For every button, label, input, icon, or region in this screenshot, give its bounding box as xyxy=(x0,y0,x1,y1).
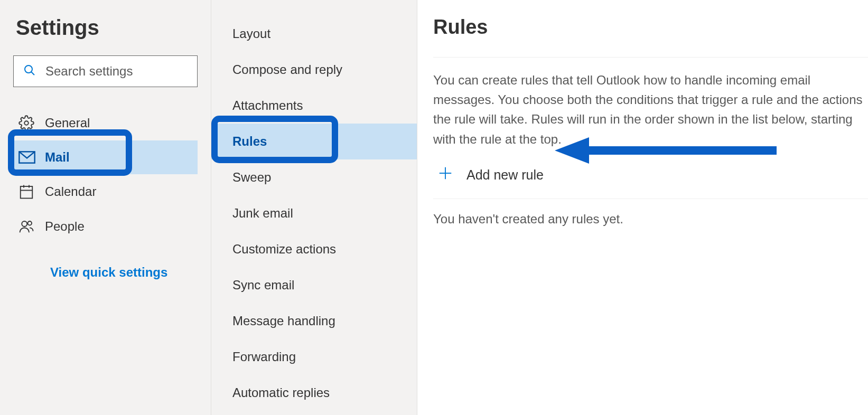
svg-rect-4 xyxy=(21,186,33,199)
sub-item-junk[interactable]: Junk email xyxy=(211,195,417,231)
rules-pane: Rules You can create rules that tell Out… xyxy=(417,0,868,415)
sub-item-sweep[interactable]: Sweep xyxy=(211,159,417,195)
nav-label: Mail xyxy=(45,150,70,165)
people-icon xyxy=(18,219,45,234)
mail-submenu: Layout Compose and reply Attachments Rul… xyxy=(211,0,417,415)
view-quick-settings-link[interactable]: View quick settings xyxy=(13,265,198,280)
gear-icon xyxy=(18,115,45,131)
svg-line-1 xyxy=(31,72,34,75)
add-new-rule-label: Add new rule xyxy=(466,167,544,183)
svg-point-15 xyxy=(28,221,32,225)
search-input[interactable] xyxy=(45,64,203,79)
sub-item-auto-replies[interactable]: Automatic replies xyxy=(211,375,417,411)
nav-item-mail[interactable]: Mail xyxy=(13,140,198,174)
settings-sidebar: Settings General Mail xyxy=(0,0,211,415)
rules-title: Rules xyxy=(433,16,868,58)
svg-point-14 xyxy=(22,221,27,227)
calendar-icon xyxy=(18,184,45,200)
sub-item-sync[interactable]: Sync email xyxy=(211,267,417,303)
add-new-rule-button[interactable]: Add new rule xyxy=(433,165,868,199)
nav-item-calendar[interactable]: Calendar xyxy=(13,174,198,209)
search-settings-field[interactable] xyxy=(13,55,198,87)
nav-label: General xyxy=(45,116,90,130)
nav-label: Calendar xyxy=(45,184,96,199)
svg-point-2 xyxy=(24,121,29,125)
sub-item-layout[interactable]: Layout xyxy=(211,16,417,52)
sub-item-message-handling[interactable]: Message handling xyxy=(211,303,417,339)
mail-icon xyxy=(18,151,45,164)
nav-label: People xyxy=(45,219,85,234)
sub-item-attachments[interactable]: Attachments xyxy=(211,88,417,124)
sub-item-rules[interactable]: Rules xyxy=(211,124,417,159)
rules-description: You can create rules that tell Outlook h… xyxy=(433,70,868,149)
search-icon xyxy=(23,64,36,79)
sub-item-compose[interactable]: Compose and reply xyxy=(211,52,417,88)
sub-item-customize[interactable]: Customize actions xyxy=(211,231,417,267)
empty-rules-text: You haven't created any rules yet. xyxy=(433,212,868,227)
nav-item-general[interactable]: General xyxy=(13,106,198,140)
nav-item-people[interactable]: People xyxy=(13,209,198,244)
svg-point-0 xyxy=(25,65,32,73)
sub-item-forwarding[interactable]: Forwarding xyxy=(211,339,417,375)
plus-icon xyxy=(437,165,453,185)
settings-title: Settings xyxy=(13,16,198,40)
